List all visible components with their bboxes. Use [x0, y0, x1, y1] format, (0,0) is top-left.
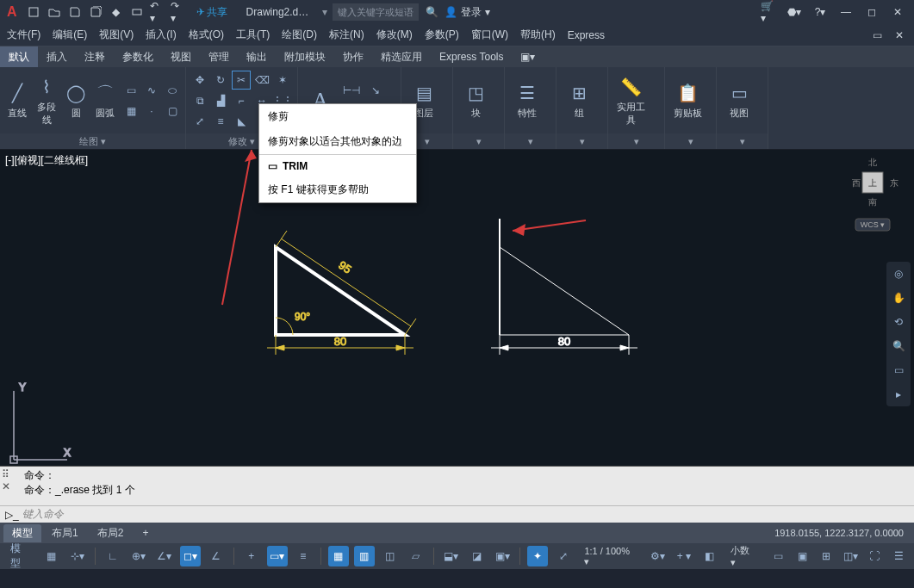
menu-window[interactable]: 窗口(W)	[471, 28, 508, 42]
block-button[interactable]: ◳块	[458, 81, 493, 120]
cmd-handle-icon[interactable]: ⠿✕	[2, 468, 10, 492]
command-history[interactable]: ⠿✕ 命令： 命令：_.erase 找到 1 个	[0, 466, 914, 505]
menu-edit[interactable]: 编辑(E)	[53, 28, 87, 42]
new-icon[interactable]	[26, 4, 41, 20]
ribbon-min-icon[interactable]: ▭	[869, 28, 885, 43]
tab-default[interactable]: 默认	[0, 46, 38, 67]
s2-icon[interactable]: ▣	[792, 546, 812, 566]
login-button[interactable]: 👤 登录 ▾	[445, 5, 490, 20]
tab-manage[interactable]: 管理	[200, 46, 238, 67]
region-icon[interactable]: ▢	[164, 102, 181, 120]
drawing-canvas[interactable]: [-][俯视][二维线框] 北 西 上 东 南 WCS ▾ ◎ ✋ ⟲ 🔍 ▭ …	[0, 150, 914, 466]
sc-icon[interactable]: ▥	[354, 546, 375, 566]
open-icon[interactable]	[47, 4, 62, 20]
menu-dim[interactable]: 标注(N)	[329, 28, 364, 42]
menu-help[interactable]: 帮助(H)	[520, 28, 556, 42]
ribbon-close-icon[interactable]: ✕	[892, 28, 907, 43]
menu-param[interactable]: 参数(P)	[425, 28, 459, 42]
p1-icon[interactable]: ◧	[699, 546, 720, 566]
cart-icon[interactable]: 🛒▾	[761, 4, 776, 20]
status-model[interactable]: 模型	[5, 546, 36, 566]
rotate-icon[interactable]: ↻	[212, 71, 229, 89]
share-button[interactable]: ✈ 共享	[191, 5, 233, 20]
s1-icon[interactable]: ▭	[768, 546, 788, 566]
point-icon[interactable]: ·	[143, 102, 160, 120]
menu-modify[interactable]: 修改(M)	[376, 28, 413, 42]
app-icon[interactable]: ⬣▾	[787, 4, 802, 20]
tab-express[interactable]: Express Tools	[431, 46, 512, 67]
anno-scale-icon[interactable]: ⤢	[553, 546, 574, 566]
trim-icon[interactable]: ✂	[233, 71, 250, 89]
leader-icon[interactable]: ↘	[367, 82, 384, 99]
menu-format[interactable]: 格式(O)	[189, 28, 224, 42]
plot-icon[interactable]	[129, 4, 145, 20]
copy-icon[interactable]: ⧉	[191, 92, 208, 109]
erase-icon[interactable]: ⌫	[253, 71, 270, 89]
tab-annot[interactable]: 注释	[76, 46, 114, 67]
spline-icon[interactable]: ∿	[143, 82, 160, 99]
menu-draw[interactable]: 绘图(D)	[282, 28, 317, 42]
clip-button[interactable]: 📋剪贴板	[670, 81, 705, 120]
rect-icon[interactable]: ▭	[122, 82, 140, 99]
circle-button[interactable]: ◯圆	[64, 81, 88, 120]
ortho-icon[interactable]: ∟	[103, 546, 123, 566]
help-icon[interactable]: ?▾	[812, 4, 828, 20]
tab-output[interactable]: 输出	[238, 46, 276, 67]
scale-icon[interactable]: ⤢	[191, 113, 208, 130]
menu-view[interactable]: 视图(V)	[99, 28, 134, 42]
s5-icon[interactable]: ⛶	[864, 546, 885, 566]
qp-icon[interactable]: ▦	[328, 546, 349, 566]
tpy-icon[interactable]: ≡	[293, 546, 314, 566]
s6-icon[interactable]: ☰	[888, 546, 909, 566]
g1-icon[interactable]: ◪	[467, 546, 488, 566]
s3-icon[interactable]: ⊞	[816, 546, 836, 566]
tab-collab[interactable]: 协作	[334, 46, 372, 67]
layout-model[interactable]: 模型	[3, 524, 41, 542]
ellipse-icon[interactable]: ⬭	[164, 82, 181, 99]
prop-button[interactable]: ☰特性	[510, 81, 544, 120]
hatch-icon[interactable]: ▦	[122, 102, 140, 120]
dim-icon[interactable]: ⊢⊣	[343, 82, 360, 99]
menu-file[interactable]: 文件(F)	[7, 28, 40, 42]
iso-icon[interactable]: ∠▾	[154, 546, 175, 566]
anno-vis-icon[interactable]: ✦	[527, 546, 548, 566]
layout-add-icon[interactable]: +	[134, 525, 157, 541]
otrack-icon[interactable]: ∠	[206, 546, 227, 566]
search-icon[interactable]: 🔍	[424, 4, 439, 20]
lwt-icon[interactable]: ▭▾	[267, 546, 288, 566]
explode-icon[interactable]: ✶	[274, 71, 291, 89]
tab-param[interactable]: 参数化	[114, 46, 162, 67]
g2-icon[interactable]: ▣▾	[492, 546, 513, 566]
save-icon[interactable]	[67, 4, 83, 20]
tab-view[interactable]: 视图	[162, 46, 200, 67]
layout-1[interactable]: 布局1	[43, 524, 87, 542]
search-input[interactable]: 键入关键字或短语	[333, 3, 419, 21]
group-button[interactable]: ⊞组	[562, 81, 596, 120]
ucs-dd-icon[interactable]: ⬓▾	[441, 546, 462, 566]
s4-icon[interactable]: ◫▾	[840, 546, 861, 566]
util-button[interactable]: 📏实用工具	[613, 75, 648, 127]
redo-icon[interactable]: ↷ ▾	[171, 4, 186, 20]
chamfer-icon[interactable]: ◣	[233, 113, 250, 130]
tab-featured[interactable]: 精选应用	[372, 46, 431, 67]
iso2-icon[interactable]: ▱	[406, 546, 426, 566]
panel-draw-title[interactable]: 绘图 ▾	[0, 133, 185, 149]
zoom-readout[interactable]: 1:1 / 100% ▾	[579, 546, 643, 567]
3d-icon[interactable]: ◫	[380, 546, 401, 566]
menu-insert[interactable]: 插入(I)	[146, 28, 176, 42]
undo-icon[interactable]: ↶ ▾	[150, 4, 165, 20]
view-button[interactable]: ▭视图	[722, 81, 756, 120]
maximize-icon[interactable]: ◻	[864, 4, 880, 20]
web-icon[interactable]: ◆	[109, 4, 124, 20]
dyn-icon[interactable]: +	[241, 546, 262, 566]
command-input[interactable]: ▷_ 键入命令	[0, 505, 914, 523]
fillet-icon[interactable]: ⌐	[233, 92, 250, 109]
tab-insert[interactable]: 插入	[38, 46, 76, 67]
anno-label[interactable]: 小数 ▾	[725, 544, 762, 568]
mirror-icon[interactable]: ▟	[212, 92, 229, 109]
tab-overflow-icon[interactable]: ▣▾	[512, 46, 544, 67]
grid-icon[interactable]: ▦	[41, 546, 62, 566]
offset-icon[interactable]: ≡	[212, 113, 229, 130]
tab-addon[interactable]: 附加模块	[276, 46, 334, 67]
layout-2[interactable]: 布局2	[89, 524, 133, 542]
